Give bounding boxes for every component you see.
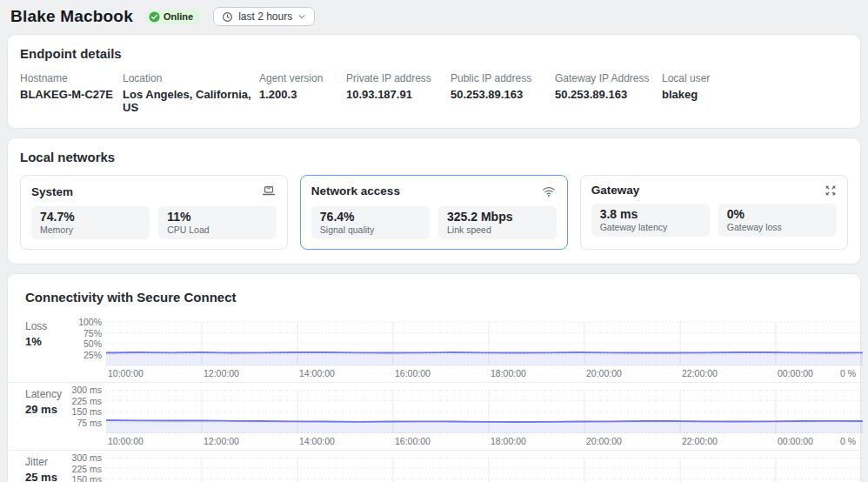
endpoint-field-value: BLAKEG-M-C27E xyxy=(20,88,123,101)
endpoint-field: Agent version1.200.3 xyxy=(259,72,346,114)
stat-value: 0% xyxy=(727,207,828,221)
stat-label: Link speed xyxy=(447,224,548,235)
stat-value: 74.7% xyxy=(40,210,141,224)
x-tick-label: 00:00:00 xyxy=(778,436,813,446)
y-tick-label: 75% xyxy=(83,328,102,338)
endpoint-field-value: 50.253.89.163 xyxy=(451,88,555,101)
endpoint-field-label: Gateway IP Address xyxy=(555,72,662,84)
stat-label: Memory xyxy=(40,224,141,235)
endpoint-field-label: Hostname xyxy=(20,72,123,84)
y-tick-label: 25% xyxy=(83,350,102,360)
y-tick-label: 75 ms xyxy=(77,418,102,428)
network-card-system[interactable]: System74.7%Memory11%CPU Load xyxy=(20,175,288,250)
endpoint-field-label: Private IP address xyxy=(346,72,451,84)
endpoint-field: HostnameBLAKEG-M-C27E xyxy=(20,72,123,114)
page-title: Blake Macbook xyxy=(10,7,133,26)
endpoint-details-heading: Endpoint details xyxy=(20,46,848,61)
endpoint-field: Gateway IP Address50.253.89.163 xyxy=(555,72,662,114)
x-tick-label: 12:00:00 xyxy=(204,368,239,378)
x-tick-label: 18:00:00 xyxy=(491,436,526,446)
stat-box: 76.4%Signal quality xyxy=(311,206,430,239)
endpoint-fields: HostnameBLAKEG-M-C27ELocationLos Angeles… xyxy=(20,72,848,114)
endpoint-field-value: blakeg xyxy=(662,88,848,101)
network-card-title: System xyxy=(31,185,73,198)
status-badge: Online xyxy=(145,10,201,24)
endpoint-field-value: 10.93.187.91 xyxy=(346,88,451,101)
x-tick-label: 12:00:00 xyxy=(204,436,239,446)
y-tick-label: 150 ms xyxy=(72,474,102,482)
expand-arrows-icon[interactable] xyxy=(825,184,837,197)
clock-icon xyxy=(222,11,233,23)
chart-plot-area[interactable] xyxy=(106,390,863,433)
x-tick-label: 10:00:00 xyxy=(108,436,144,446)
endpoint-field: Public IP address50.253.89.163 xyxy=(451,72,555,114)
y-tick-label: 100% xyxy=(78,317,102,327)
chart-plot-area[interactable] xyxy=(106,322,863,365)
chart-y-axis: 100%75%50%25% xyxy=(8,315,102,382)
stat-box: 0%Gateway loss xyxy=(718,204,837,237)
network-card-title: Network access xyxy=(311,184,400,197)
stat-label: CPU Load xyxy=(167,224,268,235)
status-label: Online xyxy=(164,11,193,22)
stat-value: 11% xyxy=(167,210,268,224)
endpoint-field-label: Location xyxy=(123,72,259,84)
endpoint-details-card: Endpoint details HostnameBLAKEG-M-C27ELo… xyxy=(7,34,861,129)
y-tick-label: 225 ms xyxy=(72,464,102,474)
stat-box: 11%CPU Load xyxy=(158,206,277,239)
endpoint-field-label: Local user xyxy=(662,72,848,84)
wifi-icon xyxy=(541,184,557,199)
x-tick-label: 22:00:00 xyxy=(682,368,718,378)
local-networks-card: Local networks System74.7%Memory11%CPU L… xyxy=(7,137,861,264)
network-card-title: Gateway xyxy=(591,184,640,197)
x-tick-label: 20:00:00 xyxy=(586,436,622,446)
chart-row-latency: Latency29 ms300 ms225 ms150 ms75 ms0 %10… xyxy=(8,383,860,451)
stat-value: 76.4% xyxy=(320,210,421,224)
chart-y-axis: 300 ms225 ms150 ms75 ms xyxy=(8,451,102,482)
chevron-down-icon xyxy=(297,12,306,21)
stat-box: 74.7%Memory xyxy=(31,206,150,239)
endpoint-field-value: Los Angeles, California, US xyxy=(123,88,259,114)
stat-box: 3.8 msGateway latency xyxy=(591,204,710,237)
stat-label: Signal quality xyxy=(320,224,421,235)
x-tick-label: 00:00:00 xyxy=(778,368,813,378)
x-tick-label: 22:00:00 xyxy=(682,436,718,446)
x-tick-label: 16:00:00 xyxy=(395,368,431,378)
x-tick-label: 14:00:00 xyxy=(299,436,335,446)
endpoint-field-label: Agent version xyxy=(259,72,346,84)
connectivity-card: Connectivity with Secure Connect Loss1%1… xyxy=(7,273,861,482)
endpoint-field-value: 50.253.89.163 xyxy=(555,88,662,101)
connectivity-heading: Connectivity with Secure Connect xyxy=(8,290,860,305)
network-card-network-access[interactable]: Network access76.4%Signal quality325.2 M… xyxy=(300,175,567,250)
network-card-gateway[interactable]: Gateway3.8 msGateway latency0%Gateway lo… xyxy=(580,175,848,250)
time-range-dropdown[interactable]: last 2 hours xyxy=(213,7,315,26)
page-header: Blake Macbook Online last 2 hours xyxy=(0,0,868,34)
y-tick-label: 225 ms xyxy=(72,396,102,406)
x-tick-label: 18:00:00 xyxy=(491,368,526,378)
local-networks-heading: Local networks xyxy=(20,150,848,164)
online-check-icon xyxy=(149,11,160,23)
endpoint-field: Private IP address10.93.187.91 xyxy=(346,72,451,114)
stat-label: Gateway loss xyxy=(727,222,828,232)
chart-row-loss: Loss1%100%75%50%25%0 %10:00:0012:00:0014… xyxy=(8,315,860,383)
y-tick-label: 50% xyxy=(83,338,102,349)
endpoint-field: LocationLos Angeles, California, US xyxy=(123,72,259,114)
y-tick-label: 300 ms xyxy=(72,385,102,395)
x-tick-label: 10:00:00 xyxy=(108,368,144,378)
stat-label: Gateway latency xyxy=(600,222,701,232)
stat-box: 325.2 MbpsLink speed xyxy=(438,206,557,239)
local-network-cards: System74.7%Memory11%CPU LoadNetwork acce… xyxy=(20,175,848,250)
x-tick-label: 16:00:00 xyxy=(395,436,431,446)
chart-x-axis: 10:00:0012:00:0014:00:0016:00:0018:00:00… xyxy=(106,433,863,446)
endpoint-field-value: 1.200.3 xyxy=(259,88,346,101)
stat-value: 3.8 ms xyxy=(600,207,701,221)
charts-container: Loss1%100%75%50%25%0 %10:00:0012:00:0014… xyxy=(8,315,860,482)
endpoint-field-label: Public IP address xyxy=(451,72,555,84)
x-tick-label: 20:00:00 xyxy=(586,368,622,378)
y-tick-label: 150 ms xyxy=(72,406,102,417)
chart-y-axis: 300 ms225 ms150 ms75 ms xyxy=(8,383,102,450)
chart-x-axis: 10:00:0012:00:0014:00:0016:00:0018:00:00… xyxy=(106,365,863,378)
time-range-label: last 2 hours xyxy=(238,10,292,23)
endpoint-field: Local userblakeg xyxy=(662,72,848,114)
chart-plot-area[interactable] xyxy=(106,458,863,482)
y-tick-label: 300 ms xyxy=(72,452,102,463)
